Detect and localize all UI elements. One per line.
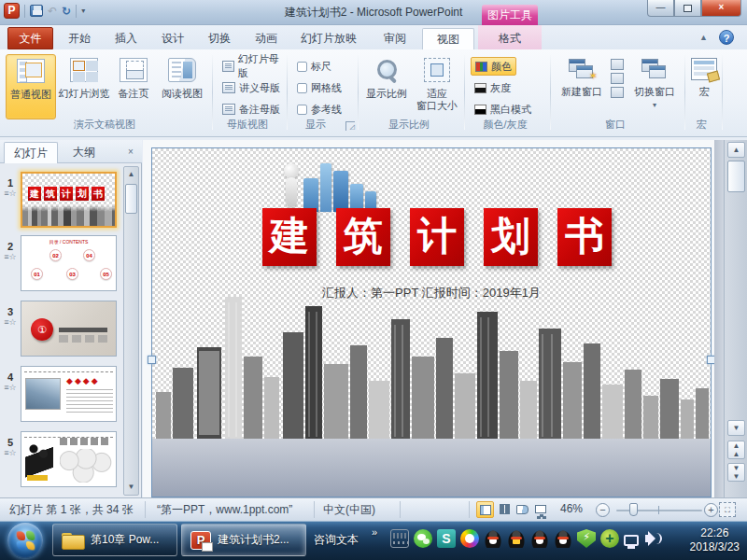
title-char-block: 书 (557, 208, 612, 266)
move-split-icon[interactable] (611, 87, 624, 98)
cascade-icon[interactable] (611, 73, 624, 84)
tab-transitions[interactable]: 切换 (196, 28, 243, 49)
switch-windows-button[interactable]: 切换窗口▾ (629, 54, 680, 119)
scroll-down-icon[interactable]: ▼ (125, 481, 137, 494)
slide1-thumbnail[interactable]: 建筑计划书 (21, 172, 117, 228)
input-keyboard-icon[interactable] (390, 529, 409, 548)
slide-canvas[interactable]: 建 筑 计 划 书 汇报人：第一PPT 汇报时间：2019年1月 (151, 147, 712, 497)
slide-sorter-status-button[interactable] (496, 501, 514, 518)
slide-subtitle[interactable]: 汇报人：第一PPT 汇报时间：2019年1月 (152, 285, 711, 301)
theme-name: “第一PPT，www.1ppt.com” (157, 502, 292, 518)
zoom-in-button[interactable]: + (704, 503, 718, 517)
scroll-up-icon[interactable]: ▲ (125, 168, 137, 181)
slide4-thumbnail[interactable]: ◆◆◆◆ (21, 366, 117, 422)
reading-view-icon (168, 58, 196, 82)
fit-to-window-button[interactable]: 适应窗口大小 (413, 54, 461, 119)
restore-button[interactable] (674, 0, 701, 17)
divider (400, 501, 401, 518)
slide-master-button[interactable]: 幻灯片母版 (218, 57, 288, 76)
notes-master-button[interactable]: 备注母版 (218, 100, 284, 119)
grayscale-button[interactable]: 灰度 (471, 78, 514, 97)
handout-master-button[interactable]: 讲义母版 (218, 78, 284, 97)
normal-view-status-button[interactable] (476, 501, 494, 518)
slideshow-status-button[interactable] (531, 501, 549, 518)
qq-icon[interactable] (554, 529, 572, 548)
black-white-button[interactable]: 黑白模式 (471, 100, 535, 119)
reading-view-button[interactable]: 阅读视图 (157, 54, 207, 119)
taskbar-clock[interactable]: 22:26 2018/3/23 (690, 526, 740, 554)
tab-format[interactable]: 格式 (482, 28, 538, 49)
selection-handle-left[interactable] (148, 356, 156, 364)
previous-slide-button[interactable]: ▲▲ (727, 441, 745, 459)
guides-checkbox[interactable]: 参考线 (293, 100, 345, 119)
gridlines-checkbox[interactable]: 网格线 (293, 78, 345, 97)
minimize-button[interactable]: — (647, 0, 674, 17)
dialog-launcher-icon[interactable]: ◿ (345, 121, 355, 131)
zoom-out-button[interactable]: − (596, 503, 610, 517)
new-window-button[interactable]: ✶ 新建窗口 (557, 54, 607, 119)
color-button[interactable]: 颜色 (471, 57, 516, 76)
notes-page-button[interactable]: 备注页 (112, 54, 155, 119)
normal-view-button[interactable]: 普通视图 (6, 54, 56, 119)
antivirus-plus-icon[interactable] (600, 529, 619, 548)
start-button[interactable] (7, 523, 43, 558)
slide-sorter-button[interactable]: 幻灯片浏览 (58, 54, 110, 119)
divider (469, 501, 470, 518)
tab-slideshow[interactable]: 幻灯片放映 (289, 28, 368, 49)
tab-animations[interactable]: 动画 (243, 28, 289, 49)
title-bar[interactable]: P ↶ ↻ ▾ 建筑计划书2 - Microsoft PowerPoint 图片… (0, 0, 747, 25)
collapse-ribbon-icon[interactable]: ▲ (699, 33, 708, 42)
undo-icon[interactable]: ↶ (48, 5, 57, 18)
network-icon[interactable] (624, 535, 639, 546)
tab-file[interactable]: 文件 (7, 27, 53, 49)
scroll-down-icon[interactable]: ▼ (727, 420, 745, 436)
arrange-all-icon[interactable] (611, 59, 624, 70)
tab-review[interactable]: 审阅 (372, 28, 418, 49)
tab-slides[interactable]: 幻灯片 (4, 142, 58, 163)
customize-qat-dropdown-icon[interactable]: ▾ (81, 7, 85, 15)
slide3-thumbnail[interactable]: ① (21, 301, 117, 357)
zoom-slider-thumb[interactable] (629, 503, 638, 516)
city-skyline-image[interactable] (152, 291, 711, 439)
scroll-thumb[interactable] (125, 184, 137, 214)
reading-view-status-button[interactable] (514, 501, 531, 518)
help-button[interactable]: ? (719, 30, 734, 45)
tab-insert[interactable]: 插入 (103, 28, 149, 49)
taskbar-folder-window[interactable]: 第10章 Pow... (52, 524, 177, 556)
tab-outline[interactable]: 大纲 (60, 142, 108, 163)
scroll-up-icon[interactable]: ▲ (727, 142, 745, 158)
macros-button[interactable]: 宏 (687, 54, 721, 119)
close-button[interactable]: × (701, 0, 741, 17)
redo-icon[interactable]: ↻ (62, 5, 71, 18)
slide2-thumbnail[interactable]: 目录 / CONTENTS 01 02 03 04 05 (21, 235, 117, 291)
volume-icon[interactable] (643, 529, 662, 548)
wechat-icon[interactable] (414, 529, 432, 548)
slide-title[interactable]: 建 筑 计 划 书 (262, 208, 612, 266)
taskbar-toolbar-label[interactable]: 咨询文本 (314, 532, 359, 548)
qq-icon[interactable] (484, 529, 502, 548)
powerpoint-app-icon[interactable]: P (4, 3, 20, 19)
toolbar-chevron-icon[interactable]: » (372, 526, 377, 538)
color-mode-icon (475, 62, 487, 72)
qq-icon[interactable] (530, 529, 549, 548)
language-indicator[interactable]: 中文(中国) (323, 502, 375, 518)
sogou-icon[interactable]: S (437, 529, 456, 548)
taskbar-powerpoint-window[interactable]: P 建筑计划书2... (181, 524, 306, 556)
close-panel-icon[interactable]: × (123, 145, 138, 159)
slide5-thumbnail[interactable] (21, 431, 117, 487)
ruler-checkbox[interactable]: 标尺 (293, 57, 335, 76)
main-scrollbar[interactable]: ▲ ▼ ▲▲ ▼▼ (724, 140, 747, 497)
zoom-button[interactable]: 显示比例 (362, 54, 411, 119)
rainbow-app-icon[interactable] (460, 529, 479, 548)
zoom-percentage[interactable]: 46% (560, 502, 583, 515)
fit-slide-to-window-button[interactable]: ⛶ (719, 502, 736, 517)
security-shield-icon[interactable] (577, 529, 596, 548)
panel-scrollbar[interactable]: ▲ ▼ (123, 166, 139, 496)
qq-file-icon[interactable] (507, 529, 526, 548)
scroll-thumb[interactable] (727, 161, 745, 192)
tab-design[interactable]: 设计 (149, 28, 196, 49)
tab-home[interactable]: 开始 (56, 28, 103, 49)
next-slide-button[interactable]: ▼▼ (727, 463, 745, 482)
tab-view[interactable]: 视图 (422, 28, 474, 49)
save-icon[interactable] (30, 5, 43, 17)
